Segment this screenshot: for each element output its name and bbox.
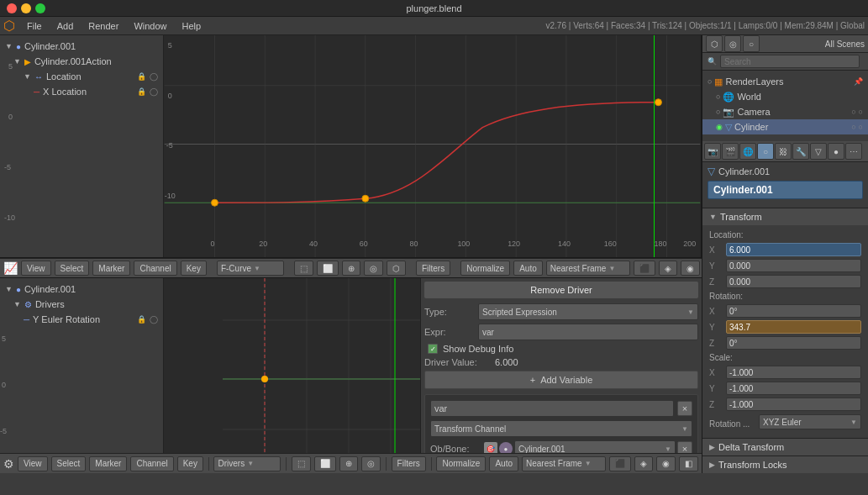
rot-x-field[interactable]: 0° bbox=[726, 304, 861, 318]
top-icon8[interactable]: ◉ bbox=[681, 261, 700, 276]
bottom-marker-menu[interactable]: Marker bbox=[89, 456, 127, 471]
loc-z-field[interactable]: 0.000 bbox=[726, 275, 861, 288]
menu-window[interactable]: Window bbox=[127, 19, 173, 33]
prop-icon-constraints[interactable]: ⛓ bbox=[775, 143, 792, 160]
scene-item-camera[interactable]: ○ 📷 Camera ○ ○ bbox=[702, 104, 868, 119]
scale-z-field[interactable]: -1.000 bbox=[726, 398, 861, 411]
scene-item-renderlayers[interactable]: ○ ▦ RenderLayers 📌 bbox=[702, 74, 868, 89]
top-icon5[interactable]: ⬡ bbox=[387, 261, 406, 276]
obj-header: ▽ Cylinder.001 bbox=[708, 166, 863, 177]
menu-bar: ⬡ File Add Render Window Help v2.76 | Ve… bbox=[0, 17, 868, 35]
bottom-icon4[interactable]: ◎ bbox=[361, 456, 381, 471]
maximize-button[interactable] bbox=[35, 3, 45, 13]
menu-help[interactable]: Help bbox=[176, 19, 208, 33]
bottom-icon7[interactable]: ◉ bbox=[656, 456, 676, 471]
var-name-input[interactable] bbox=[430, 400, 674, 417]
bottom-icon8[interactable]: ◧ bbox=[679, 456, 698, 471]
r-icon2[interactable]: ◎ bbox=[724, 35, 741, 52]
bottom-icon6[interactable]: ◈ bbox=[634, 456, 653, 471]
add-variable-btn[interactable]: + Add Variable bbox=[424, 371, 698, 389]
bottom-interp-dropdown[interactable]: Nearest Frame ▼ bbox=[522, 456, 606, 471]
ob-bone-picker-icon[interactable]: 🎯 bbox=[484, 442, 497, 453]
top-auto-btn[interactable]: Auto bbox=[513, 261, 543, 276]
top-normalize-btn[interactable]: Normalize bbox=[460, 261, 510, 276]
prop-icon-render[interactable]: 📷 bbox=[704, 143, 721, 160]
top-view-menu[interactable]: View bbox=[21, 261, 51, 276]
renderlayers-label: RenderLayers bbox=[725, 76, 783, 87]
rot-y-field[interactable]: 343.7 bbox=[726, 320, 861, 334]
r-icon3[interactable]: ○ bbox=[743, 35, 760, 52]
scale-y-field[interactable]: -1.000 bbox=[726, 382, 861, 395]
minimize-button[interactable] bbox=[21, 3, 31, 13]
locks-arrow-icon: ▶ bbox=[709, 461, 715, 469]
var-remove-btn[interactable]: × bbox=[677, 401, 692, 416]
top-channel-menu[interactable]: Channel bbox=[134, 261, 176, 276]
prop-icon-data[interactable]: ▽ bbox=[810, 143, 827, 160]
menu-add[interactable]: Add bbox=[50, 19, 81, 33]
outliner-search-input[interactable] bbox=[720, 55, 860, 68]
prop-icon-modifiers[interactable]: 🔧 bbox=[792, 143, 809, 160]
bfilters-label: Filters bbox=[397, 459, 420, 468]
bottom-view-menu[interactable]: View bbox=[18, 456, 48, 471]
bottom-normalize-btn[interactable]: Normalize bbox=[436, 456, 486, 471]
loc-x-field[interactable]: 6.000 bbox=[726, 243, 861, 256]
delta-transform-header[interactable]: ▶ Delta Transform bbox=[702, 439, 868, 456]
scene-item-world[interactable]: ○ 🌐 World bbox=[702, 89, 868, 104]
scale-x-field[interactable]: -1.000 bbox=[726, 366, 861, 379]
prop-icon-more[interactable]: ⋯ bbox=[845, 143, 862, 160]
r-icon1[interactable]: ⬡ bbox=[706, 35, 723, 52]
top-marker-menu[interactable]: Marker bbox=[92, 261, 130, 276]
rotation-mode-dropdown[interactable]: XYZ Euler ▼ bbox=[759, 414, 861, 429]
bottom-icon2[interactable]: ⬜ bbox=[314, 456, 336, 471]
prop-icon-world[interactable]: 🌐 bbox=[739, 143, 756, 160]
scene-item-cylinder[interactable]: ◉ ▽ Cylinder ○ ○ bbox=[702, 119, 868, 134]
transform-locks-header[interactable]: ▶ Transform Locks bbox=[702, 456, 868, 473]
top-icon1[interactable]: ⬚ bbox=[294, 261, 313, 276]
bottom-icon1[interactable]: ⬚ bbox=[292, 456, 311, 471]
top-filters-btn[interactable]: Filters bbox=[416, 261, 450, 276]
rot-z-field[interactable]: 0° bbox=[726, 336, 861, 350]
top-mode-dropdown[interactable]: F-Curve ▼ bbox=[217, 261, 284, 276]
filters-label: Filters bbox=[422, 264, 445, 273]
prop-icon-material[interactable]: ● bbox=[828, 143, 844, 160]
transform-channel-dropdown[interactable]: Transform Channel ▼ bbox=[430, 420, 692, 437]
prop-icon-object[interactable]: ○ bbox=[757, 143, 774, 160]
svg-text:0: 0 bbox=[211, 240, 215, 248]
top-icon6[interactable]: ⬛ bbox=[634, 261, 655, 276]
bottom-mode-dropdown[interactable]: Drivers ▼ bbox=[213, 456, 281, 471]
expr-input[interactable] bbox=[478, 324, 698, 340]
object-name-field[interactable]: Cylinder.001 bbox=[708, 181, 863, 199]
transform-header[interactable]: ▼ Transform bbox=[702, 208, 868, 225]
debug-row: ✓ Show Debug Info bbox=[424, 344, 698, 354]
tree-item-cylinder001[interactable]: ▼ ● Cylinder.001 bbox=[0, 39, 163, 54]
bottom-tree-drivers[interactable]: ▼ ⚙ Drivers bbox=[0, 297, 163, 312]
debug-checkbox[interactable]: ✓ bbox=[428, 344, 438, 354]
prop-icon-scene[interactable]: 🎬 bbox=[722, 143, 739, 160]
delta-transform-section: ▶ Delta Transform bbox=[702, 439, 868, 456]
all-scenes-label[interactable]: All Scenes bbox=[825, 39, 865, 49]
top-icon3[interactable]: ⊕ bbox=[342, 261, 360, 276]
menu-render[interactable]: Render bbox=[82, 19, 125, 33]
top-icon2[interactable]: ⬜ bbox=[317, 261, 339, 276]
bottom-select-menu[interactable]: Select bbox=[51, 456, 87, 471]
bottom-icon3[interactable]: ⊕ bbox=[339, 456, 358, 471]
bottom-key-menu[interactable]: Key bbox=[177, 456, 203, 471]
ob-bone-clear-btn[interactable]: × bbox=[677, 441, 692, 453]
ob-bone-dropdown[interactable]: Cylinder.001 ▼ bbox=[514, 440, 676, 453]
bottom-auto-btn[interactable]: Auto bbox=[489, 456, 518, 471]
type-dropdown[interactable]: Scripted Expression ▼ bbox=[478, 303, 698, 320]
bottom-icon5[interactable]: ⬛ bbox=[609, 456, 631, 471]
top-icon7[interactable]: ◈ bbox=[659, 261, 677, 276]
bottom-filters-btn[interactable]: Filters bbox=[392, 456, 426, 471]
menu-file[interactable]: File bbox=[20, 19, 49, 33]
top-interp-dropdown[interactable]: Nearest Frame ▼ bbox=[546, 261, 630, 276]
loc-y-field[interactable]: 0.000 bbox=[726, 259, 861, 272]
close-button[interactable] bbox=[7, 3, 17, 13]
top-key-menu[interactable]: Key bbox=[181, 261, 207, 276]
driver-panel-header[interactable]: Remove Driver bbox=[424, 282, 698, 298]
bottom-tree-cylinder[interactable]: ▼ ● Cylinder.001 bbox=[0, 282, 163, 297]
top-select-menu[interactable]: Select bbox=[55, 261, 90, 276]
top-icon4[interactable]: ◎ bbox=[364, 261, 383, 276]
bottom-channel-menu[interactable]: Channel bbox=[130, 456, 173, 471]
delta-label: Delta Transform bbox=[718, 442, 784, 452]
